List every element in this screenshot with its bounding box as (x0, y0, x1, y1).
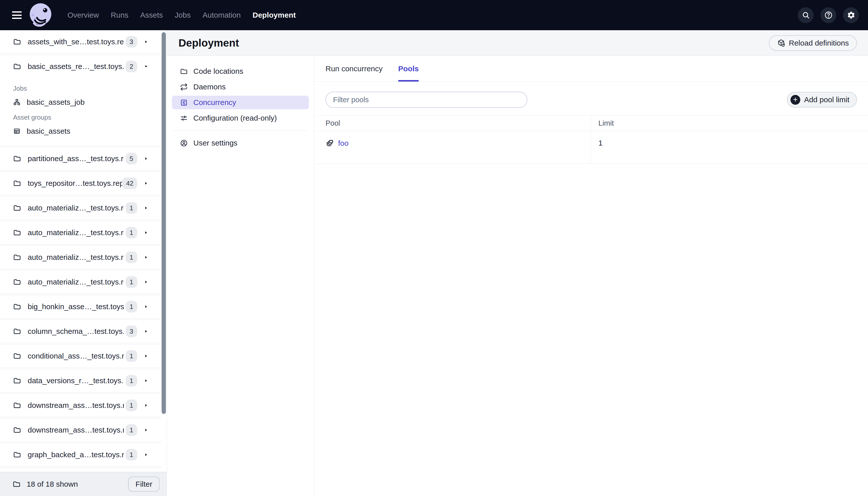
folder-icon (13, 401, 21, 409)
add-pool-limit-button[interactable]: + Add pool limit (787, 92, 857, 108)
chevron-right-icon[interactable] (144, 181, 148, 186)
code-location-row[interactable]: conditional_ass…_test.toys.repo 1 (0, 344, 161, 368)
filter-pools-input[interactable] (326, 92, 527, 108)
expanded-location-content: Jobs basic_assets_job Asset groups basic… (0, 78, 161, 145)
pool-icon (326, 139, 334, 148)
add-pool-limit-label: Add pool limit (804, 95, 849, 104)
tab-pools[interactable]: Pools (398, 56, 419, 81)
count-badge: 1 (126, 202, 137, 214)
folder-icon (180, 67, 188, 75)
code-location-row[interactable]: data_versions_r…_test.toys.rep 1 (0, 369, 161, 392)
subnav-item-code-locations[interactable]: Code locations (172, 64, 309, 78)
subnav-item-concurrency[interactable]: Concurrency (172, 96, 309, 109)
chevron-right-icon[interactable] (144, 428, 148, 433)
chevron-right-icon[interactable] (144, 230, 148, 235)
nav-item-automation[interactable]: Automation (202, 11, 241, 19)
code-location-label: basic_assets_re…_test.toys.rep (28, 62, 124, 71)
chevron-right-icon[interactable] (144, 156, 148, 161)
subnav-label: Daemons (193, 82, 225, 91)
reload-definitions-button[interactable]: Reload definitions (769, 35, 857, 51)
chevron-right-icon[interactable] (144, 304, 148, 309)
code-location-group: data_versions_r…_test.toys.rep 1 (0, 369, 161, 392)
code-location-label: downstream_ass…test.toys.rep (28, 426, 124, 434)
asset-group-item[interactable]: basic_assets (13, 124, 161, 138)
folder-icon (13, 377, 21, 385)
search-icon[interactable] (798, 7, 814, 23)
chevron-right-icon[interactable] (144, 205, 148, 211)
chevron-down-icon[interactable] (144, 64, 148, 69)
nav-item-jobs[interactable]: Jobs (175, 11, 191, 19)
code-location-group: auto_materializ…_test.toys.repo 1 (0, 246, 161, 269)
job-label: basic_assets_job (27, 98, 84, 107)
help-icon[interactable] (820, 7, 836, 23)
table-row: foo 1 (314, 131, 868, 164)
pool-cell: foo (314, 131, 590, 164)
count-badge: 1 (126, 251, 137, 263)
dagster-logo[interactable] (28, 3, 53, 28)
code-location-row[interactable]: auto_materializ…_test.toys.repo 1 (0, 196, 161, 219)
code-location-row[interactable]: assets_with_se…test.toys.repo 3 (0, 30, 161, 53)
code-location-row[interactable]: big_honkin_asse…_test.toys.rep 1 (0, 295, 161, 318)
code-location-row[interactable]: basic_assets_re…_test.toys.rep 2 (0, 55, 161, 78)
pool-name: foo (338, 139, 349, 148)
chevron-right-icon[interactable] (144, 279, 148, 284)
asset-groups-section-title: Asset groups (13, 113, 161, 121)
nav-item-assets[interactable]: Assets (140, 11, 163, 19)
tab-run-concurrency[interactable]: Run concurrency (326, 56, 383, 81)
code-location-group: column_schema_…test.toys.rep 3 (0, 320, 161, 343)
sidebar-scrollbar[interactable] (162, 32, 166, 414)
code-location-row[interactable]: graph_backed_a…test.toys.repo 1 (0, 443, 161, 466)
code-location-group: toys_repositor…test.toys.repo 42 (0, 171, 161, 195)
chevron-right-icon[interactable] (144, 403, 148, 408)
code-location-label: conditional_ass…_test.toys.repo (28, 352, 124, 360)
chevron-right-icon[interactable] (144, 255, 148, 260)
code-location-label: column_schema_…test.toys.rep (28, 327, 124, 336)
subnav-item-daemons[interactable]: Daemons (172, 80, 309, 94)
subnav-label: User settings (193, 139, 237, 147)
code-location-row[interactable]: auto_materializ…_test.toys.repo 1 (0, 246, 161, 269)
code-location-label: auto_materializ…_test.toys.repo (28, 253, 124, 262)
nav-item-runs[interactable]: Runs (111, 11, 128, 19)
code-location-row[interactable]: auto_materializ…_test.toys.repo 1 (0, 270, 161, 294)
chevron-right-icon[interactable] (144, 378, 148, 383)
job-item[interactable]: basic_assets_job (13, 95, 161, 110)
code-location-label: auto_materializ…_test.toys.repo (28, 278, 124, 286)
code-location-row[interactable]: auto_materializ…_test.toys.repo 1 (0, 221, 161, 244)
chevron-right-icon[interactable] (144, 329, 148, 334)
code-location-row[interactable]: toys_repositor…test.toys.repo 42 (0, 172, 161, 195)
folder-icon (13, 426, 21, 434)
subnav-item-configuration[interactable]: Configuration (read-only) (172, 111, 309, 125)
code-location-group: assets_with_se…test.toys.repo 3 (0, 30, 161, 53)
chevron-right-icon[interactable] (144, 452, 148, 457)
chevron-right-icon[interactable] (144, 354, 148, 358)
page-title: Deployment (178, 37, 239, 49)
code-location-label: assets_with_se…test.toys.repo (28, 37, 124, 46)
folder-icon (13, 204, 21, 212)
nav-item-deployment[interactable]: Deployment (252, 11, 296, 19)
nav-item-overview[interactable]: Overview (67, 11, 99, 19)
primary-nav: Overview Runs Assets Jobs Automation Dep… (67, 11, 296, 19)
pools-table: Pool Limit foo 1 (314, 115, 868, 164)
subnav-label: Concurrency (193, 98, 236, 107)
code-location-row[interactable]: downstream_ass…test.toys.rep 1 (0, 394, 161, 417)
code-location-row[interactable]: downstream_ass…test.toys.rep 1 (0, 418, 161, 441)
page-header: Deployment Reload definitions (167, 30, 868, 56)
code-location-group: auto_materializ…_test.toys.repo 1 (0, 221, 161, 245)
pool-link[interactable]: foo (326, 139, 349, 148)
count-badge: 1 (126, 227, 137, 238)
concurrency-tabs: Run concurrency Pools (314, 56, 868, 81)
settings-gear-icon[interactable] (843, 7, 859, 23)
menu-icon[interactable] (12, 11, 22, 19)
count-badge: 42 (122, 177, 137, 189)
locations-shown-summary: 18 of 18 shown (27, 480, 78, 489)
code-location-row[interactable]: partitioned_ass…_test.toys.rep 5 (0, 147, 161, 170)
code-location-label: big_honkin_asse…_test.toys.rep (28, 303, 124, 311)
subnav-item-user-settings[interactable]: User settings (172, 136, 309, 150)
chevron-right-icon[interactable] (144, 39, 148, 44)
code-location-row[interactable]: long_asset_keys…_test.toys.rep 1 (0, 468, 161, 472)
filter-button[interactable]: Filter (128, 477, 160, 492)
asset-group-label: basic_assets (27, 127, 70, 136)
code-location-row[interactable]: column_schema_…test.toys.rep 3 (0, 320, 161, 343)
subnav-label: Code locations (193, 67, 243, 76)
code-location-label: partitioned_ass…_test.toys.rep (28, 154, 124, 163)
